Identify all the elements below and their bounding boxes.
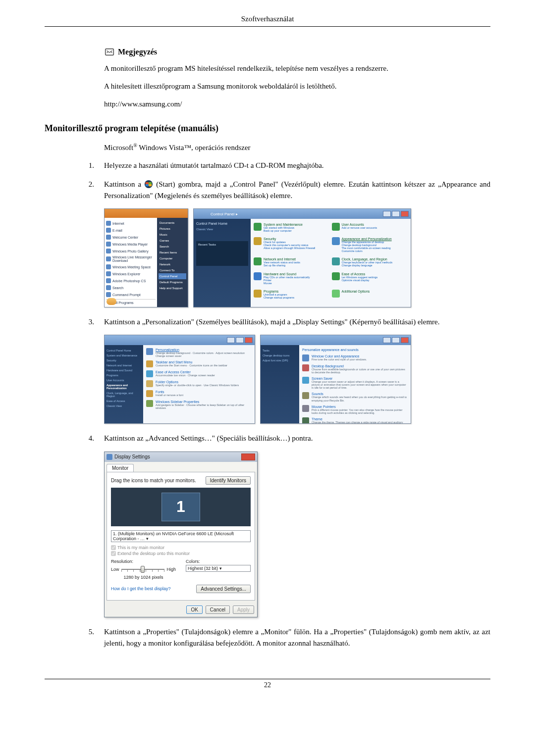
- apply-button: Apply: [233, 605, 254, 614]
- tab-monitor[interactable]: Monitor: [107, 464, 134, 472]
- step-list: 1. Helyezze a használati útmutatót tarta…: [82, 160, 490, 202]
- sidebar-item: Appearance and Personalization: [107, 383, 141, 391]
- checkbox: [111, 551, 116, 556]
- appearance-item: Windows Sidebar PropertiesAdd gadgets to…: [146, 400, 252, 409]
- appearance-screenshot: Control Panel HomeSystem and Maintenance…: [104, 335, 255, 424]
- start-menu-item: Command Prompt: [106, 291, 156, 298]
- sidebar-item: Change desktop icons: [263, 353, 297, 358]
- personalize-heading: Personalize appearance and sounds: [302, 348, 408, 352]
- checkbox: [111, 545, 116, 550]
- start-menu-right-item: Games: [159, 238, 186, 244]
- step-list: 3. Kattintson a „Personalization" (Szemé…: [82, 316, 490, 328]
- step-number: 4.: [82, 433, 94, 444]
- sidebar-item: User Accounts: [107, 378, 141, 383]
- step-list: 5. Kattintson a „Properties" (Tulajdonsá…: [82, 626, 490, 650]
- step-text: Kattintson a „Properties" (Tulajdonságok…: [104, 626, 490, 650]
- start-menu-item: Windows Live Messenger Download: [106, 254, 156, 263]
- start-menu-right-item: Default Programs: [159, 279, 186, 285]
- note-title: Megjegyzés: [118, 48, 157, 56]
- control-panel-item: ProgramsUninstall a programChange startu…: [254, 290, 330, 303]
- close-icon[interactable]: [241, 454, 255, 460]
- start-menu-item: Welcome Center: [106, 234, 156, 241]
- start-menu-right-item: Pictures: [159, 226, 186, 232]
- display-settings-dialog: Display Settings Monitor Drag the icons …: [104, 452, 258, 617]
- sidebar-item: Hardware and Sound: [107, 368, 141, 373]
- resolution-label: Resolution:: [111, 559, 176, 564]
- sidebar-item: Ease of Access: [107, 399, 141, 403]
- control-panel-item: Ease of AccessLet Windows suggest settin…: [332, 272, 408, 289]
- start-menu-screenshot: InternetE-mailWelcome CenterWindows Medi…: [104, 208, 188, 307]
- colors-select[interactable]: Highest (32 bit) ▾: [186, 565, 251, 572]
- personalization-item: Desktop BackgroundChoose from available …: [302, 364, 408, 374]
- step-number: 5.: [82, 626, 94, 650]
- reg-mark: ®: [133, 143, 137, 148]
- sidebar-item: Network and Internet: [107, 363, 141, 368]
- personalization-item: Mouse PointersPick a different mouse poi…: [302, 405, 408, 414]
- dialog-icon: [107, 454, 112, 460]
- personalization-item: Screen SaverChange your screen saver or …: [302, 377, 408, 389]
- section-title: Monitorillesztő program telepítése (manu…: [45, 123, 490, 134]
- figure-3: Display Settings Monitor Drag the icons …: [104, 452, 490, 617]
- start-orb-icon: [144, 180, 153, 189]
- step-text: Kattintson az „Advanced Settings…" (Spec…: [104, 433, 490, 444]
- appearance-item: FontsInstall or remove a font: [146, 390, 252, 397]
- control-panel-screenshot: Control Panel ▸ Control Panel Home Class…: [193, 208, 411, 307]
- sidebar-item: Tasks: [263, 348, 297, 353]
- sidebar-item: Security: [107, 358, 141, 363]
- address-bar: Control Panel ▸: [196, 212, 382, 216]
- nav-head: Control Panel Home: [196, 222, 248, 225]
- monitor-preview[interactable]: 1: [161, 493, 200, 521]
- sidebar-item: Adjust font size (DPI): [263, 358, 297, 363]
- start-menu-item: Internet: [106, 220, 156, 227]
- control-panel-item: User AccountsAdd or remove user accounts: [332, 223, 408, 236]
- start-menu-item: Adobe Photoshop CS: [106, 277, 156, 284]
- sidebar-item: Programs: [107, 373, 141, 378]
- step-text-part: Kattintson a: [104, 180, 144, 188]
- subhead-prefix: Microsoft: [104, 144, 133, 151]
- control-panel-item: Hardware and SoundPlay CDs or other medi…: [254, 272, 330, 289]
- control-panel-item: Clock, Language, and RegionChange keyboa…: [332, 257, 408, 271]
- resolution-value: 1280 by 1024 pixels: [111, 575, 176, 580]
- personalization-item: Window Color and AppearanceFine tune the…: [302, 354, 408, 361]
- subhead-rest: Windows Vista™, operációs rendszer: [137, 144, 251, 151]
- os-subhead: Microsoft® Windows Vista™, operációs ren…: [104, 143, 490, 152]
- appearance-item: Taskbar and Start MenuCustomize the Star…: [146, 360, 252, 367]
- nav-item: Classic View: [196, 227, 248, 231]
- start-menu-right-item: Music: [159, 232, 186, 238]
- cancel-button[interactable]: Cancel: [206, 605, 230, 614]
- note-line-1: A monitorillesztő program MS hitelesítés…: [104, 63, 490, 74]
- start-menu-right-item: Network: [159, 261, 186, 267]
- check-label: Extend the desktop onto this monitor: [117, 551, 190, 556]
- step-number: 2.: [82, 179, 94, 202]
- monitor-select[interactable]: 1. (Multiple Monitors) on NVIDIA GeForce…: [111, 530, 251, 542]
- start-menu-right-item: Search: [159, 244, 186, 250]
- appearance-item: Folder OptionsSpecify single- or double-…: [146, 380, 252, 387]
- ok-button[interactable]: OK: [186, 605, 202, 614]
- start-menu-item: Windows Media Player: [106, 241, 156, 248]
- step-text: Kattintson a (Start) gombra, majd a „Con…: [104, 179, 490, 202]
- control-panel-item: SecurityCheck for updatesCheck this comp…: [254, 237, 330, 256]
- advanced-settings-button[interactable]: Advanced Settings...: [196, 585, 251, 593]
- identify-monitors-button[interactable]: Identify Monitors: [206, 476, 251, 485]
- note-line-2: A hitelesített illesztőprogram a Samsung…: [104, 81, 490, 92]
- personalization-item: SoundsChange which sounds are heard when…: [302, 392, 408, 402]
- start-menu-item: Search: [106, 284, 156, 291]
- figure-1: InternetE-mailWelcome CenterWindows Medi…: [104, 208, 490, 307]
- step-text-part: (Start) gombra, majd a „Control Panel" (…: [104, 180, 490, 200]
- start-menu-right-item: Control Panel: [159, 273, 186, 279]
- note-link: http://www.samsung.com/: [104, 99, 490, 110]
- recent-tasks-box: Recent Tasks: [196, 241, 248, 266]
- note-block: Megjegyzés A monitorillesztő program MS …: [104, 47, 490, 109]
- start-menu-item: Windows Photo Gallery: [106, 248, 156, 254]
- control-panel-item: Network and InternetView network status …: [254, 257, 330, 271]
- help-link[interactable]: How do I get the best display?: [111, 586, 171, 591]
- step-text: Helyezze a használati útmutatót tartalma…: [104, 160, 490, 171]
- check-label: This is my main monitor: [117, 545, 164, 550]
- dialog-title: Display Settings: [114, 454, 239, 459]
- figure-2: Control Panel HomeSystem and Maintenance…: [104, 335, 490, 424]
- start-menu-item: E-mail: [106, 227, 156, 234]
- resolution-slider[interactable]: [121, 565, 165, 574]
- control-panel-item: System and MaintenanceGet started with W…: [254, 223, 330, 236]
- start-menu-right-item: Connect To: [159, 267, 186, 273]
- footer-rule: [45, 679, 490, 679]
